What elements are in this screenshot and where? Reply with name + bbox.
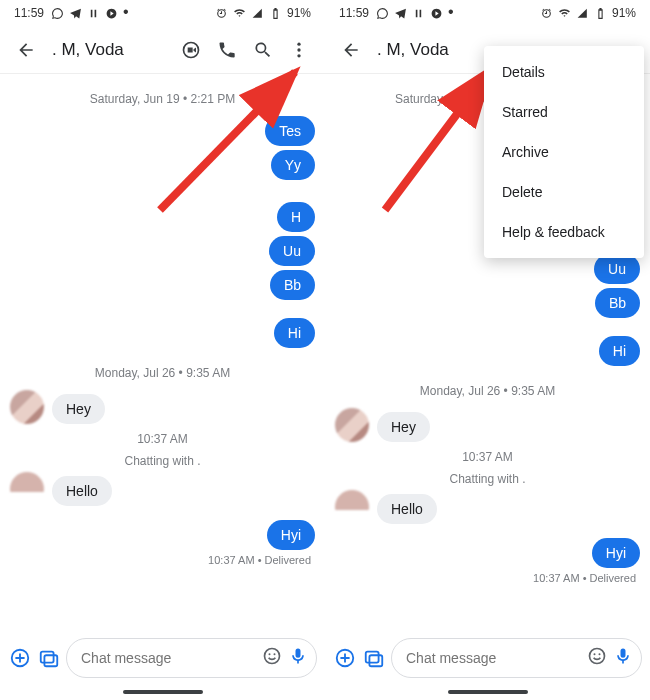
outgoing-message[interactable]: Hi [599,336,640,366]
outgoing-message[interactable]: Bb [595,288,640,318]
svg-rect-13 [369,655,382,666]
menu-item-help[interactable]: Help & feedback [484,212,644,252]
add-button[interactable] [8,641,31,675]
back-button[interactable] [333,32,369,68]
outgoing-message[interactable]: Uu [269,236,315,266]
outgoing-message[interactable]: Uu [594,254,640,284]
message-input[interactable] [406,650,581,666]
avatar[interactable] [10,390,44,424]
input-field[interactable] [391,638,642,678]
avatar[interactable] [335,408,369,442]
svg-point-14 [590,649,605,664]
overflow-menu-button[interactable] [281,32,317,68]
delivery-status: 10:37 AM • Delivered [335,572,636,584]
nav-handle[interactable] [448,690,528,694]
overflow-menu: Details Starred Archive Delete Help & fe… [484,46,644,258]
call-button[interactable] [209,32,245,68]
outgoing-message[interactable]: Bb [270,270,315,300]
system-message: Chatting with . [10,454,315,468]
svg-point-1 [297,42,300,45]
whatsapp-icon [376,7,389,20]
menu-item-details[interactable]: Details [484,52,644,92]
outgoing-message[interactable]: Hyi [267,520,315,550]
clock: 11:59 [339,6,369,20]
alarm-icon [215,7,228,20]
clock: 11:59 [14,6,44,20]
date-header: Monday, Jul 26 • 9:35 AM [10,366,315,380]
message-input[interactable] [81,650,256,666]
incoming-message[interactable]: Hey [377,412,430,442]
outgoing-message[interactable]: Hi [274,318,315,348]
svg-point-7 [265,649,280,664]
outgoing-message[interactable]: H [277,202,315,232]
menu-item-archive[interactable]: Archive [484,132,644,172]
message-thread[interactable]: Saturday, Jun 19 • 2:21 PM Tes Yy H Uu B… [0,74,325,630]
signal-icon [576,7,589,20]
svg-point-9 [274,653,276,655]
incoming-message[interactable]: Hey [52,394,105,424]
pause-icon [412,7,425,20]
outgoing-message[interactable]: Hyi [592,538,640,568]
composer [0,630,325,686]
wifi-icon [233,7,246,20]
timestamp: 10:37 AM [335,450,640,464]
whatsapp-icon [51,7,64,20]
date-header: Monday, Jul 26 • 9:35 AM [335,384,640,398]
video-call-button[interactable] [173,32,209,68]
menu-item-delete[interactable]: Delete [484,172,644,212]
svg-point-8 [269,653,271,655]
add-button[interactable] [333,641,356,675]
emoji-button[interactable] [587,646,607,670]
svg-rect-12 [365,652,378,663]
gallery-button[interactable] [362,641,385,675]
date-header: Saturday, Jun 19 • 2:21 PM [10,92,315,106]
avatar[interactable] [10,472,44,506]
svg-point-15 [594,653,596,655]
svg-point-16 [599,653,601,655]
screenshot-left: 11:59 • 91% . M, Voda Saturday, Jun 19 •… [0,0,325,700]
telegram-icon [394,7,407,20]
mic-button[interactable] [613,646,633,670]
svg-point-2 [297,48,300,51]
app-bar: . M, Voda [0,26,325,74]
svg-rect-6 [44,655,57,666]
battery-text: 91% [287,6,311,20]
play-icon [105,7,118,20]
signal-icon [251,7,264,20]
composer [325,630,650,686]
telegram-icon [69,7,82,20]
incoming-message[interactable]: Hello [52,476,112,506]
more-dot-icon: • [123,4,129,20]
outgoing-message[interactable]: Yy [271,150,315,180]
wifi-icon [558,7,571,20]
svg-rect-5 [40,652,53,663]
screenshot-right: 11:59 • 91% . M, Voda Saturday, Jun 19 •… [325,0,650,700]
play-icon [430,7,443,20]
battery-text: 91% [612,6,636,20]
input-field[interactable] [66,638,317,678]
mic-button[interactable] [288,646,308,670]
delivery-status: 10:37 AM • Delivered [10,554,311,566]
gallery-button[interactable] [37,641,60,675]
status-bar: 11:59 • 91% [325,0,650,26]
incoming-message[interactable]: Hello [377,494,437,524]
outgoing-message[interactable]: Tes [265,116,315,146]
battery-icon [594,7,607,20]
battery-icon [269,7,282,20]
alarm-icon [540,7,553,20]
menu-item-starred[interactable]: Starred [484,92,644,132]
nav-handle[interactable] [123,690,203,694]
search-button[interactable] [245,32,281,68]
svg-point-3 [297,54,300,57]
timestamp: 10:37 AM [10,432,315,446]
conversation-title[interactable]: . M, Voda [52,40,167,60]
back-button[interactable] [8,32,44,68]
avatar[interactable] [335,490,369,524]
status-bar: 11:59 • 91% [0,0,325,26]
more-dot-icon: • [448,4,454,20]
system-message: Chatting with . [335,472,640,486]
pause-icon [87,7,100,20]
emoji-button[interactable] [262,646,282,670]
